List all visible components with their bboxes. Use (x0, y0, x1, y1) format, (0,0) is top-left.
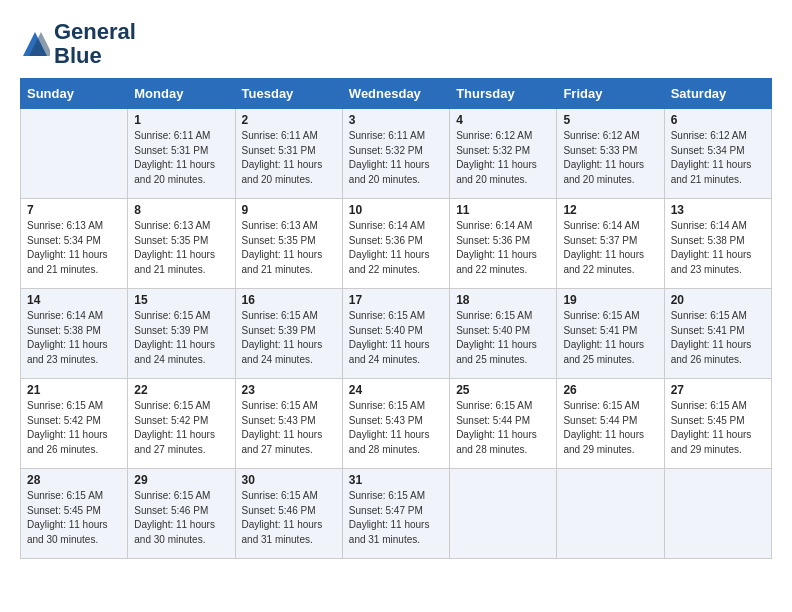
day-detail: Sunrise: 6:15 AMSunset: 5:42 PMDaylight:… (27, 399, 121, 457)
calendar-cell: 25Sunrise: 6:15 AMSunset: 5:44 PMDayligh… (450, 379, 557, 469)
day-detail: Sunrise: 6:15 AMSunset: 5:46 PMDaylight:… (134, 489, 228, 547)
day-detail: Sunrise: 6:15 AMSunset: 5:43 PMDaylight:… (242, 399, 336, 457)
day-detail: Sunrise: 6:15 AMSunset: 5:45 PMDaylight:… (671, 399, 765, 457)
day-number: 25 (456, 383, 550, 397)
calendar-cell: 1Sunrise: 6:11 AMSunset: 5:31 PMDaylight… (128, 109, 235, 199)
calendar-table: SundayMondayTuesdayWednesdayThursdayFrid… (20, 78, 772, 559)
day-detail: Sunrise: 6:12 AMSunset: 5:33 PMDaylight:… (563, 129, 657, 187)
calendar-cell: 23Sunrise: 6:15 AMSunset: 5:43 PMDayligh… (235, 379, 342, 469)
day-detail: Sunrise: 6:15 AMSunset: 5:43 PMDaylight:… (349, 399, 443, 457)
day-detail: Sunrise: 6:15 AMSunset: 5:44 PMDaylight:… (563, 399, 657, 457)
calendar-cell: 26Sunrise: 6:15 AMSunset: 5:44 PMDayligh… (557, 379, 664, 469)
calendar-cell (664, 469, 771, 559)
day-number: 2 (242, 113, 336, 127)
day-detail: Sunrise: 6:15 AMSunset: 5:39 PMDaylight:… (134, 309, 228, 367)
day-detail: Sunrise: 6:14 AMSunset: 5:36 PMDaylight:… (349, 219, 443, 277)
day-detail: Sunrise: 6:15 AMSunset: 5:41 PMDaylight:… (563, 309, 657, 367)
week-row-1: 1Sunrise: 6:11 AMSunset: 5:31 PMDaylight… (21, 109, 772, 199)
day-number: 31 (349, 473, 443, 487)
day-detail: Sunrise: 6:11 AMSunset: 5:31 PMDaylight:… (134, 129, 228, 187)
day-detail: Sunrise: 6:15 AMSunset: 5:41 PMDaylight:… (671, 309, 765, 367)
day-number: 27 (671, 383, 765, 397)
day-detail: Sunrise: 6:15 AMSunset: 5:40 PMDaylight:… (456, 309, 550, 367)
day-number: 28 (27, 473, 121, 487)
week-row-3: 14Sunrise: 6:14 AMSunset: 5:38 PMDayligh… (21, 289, 772, 379)
col-header-tuesday: Tuesday (235, 79, 342, 109)
day-number: 10 (349, 203, 443, 217)
day-detail: Sunrise: 6:14 AMSunset: 5:38 PMDaylight:… (671, 219, 765, 277)
calendar-cell: 17Sunrise: 6:15 AMSunset: 5:40 PMDayligh… (342, 289, 449, 379)
day-number: 3 (349, 113, 443, 127)
day-detail: Sunrise: 6:15 AMSunset: 5:40 PMDaylight:… (349, 309, 443, 367)
day-number: 24 (349, 383, 443, 397)
day-number: 5 (563, 113, 657, 127)
calendar-cell: 12Sunrise: 6:14 AMSunset: 5:37 PMDayligh… (557, 199, 664, 289)
col-header-sunday: Sunday (21, 79, 128, 109)
week-row-4: 21Sunrise: 6:15 AMSunset: 5:42 PMDayligh… (21, 379, 772, 469)
day-number: 4 (456, 113, 550, 127)
day-detail: Sunrise: 6:13 AMSunset: 5:35 PMDaylight:… (134, 219, 228, 277)
day-number: 8 (134, 203, 228, 217)
calendar-cell: 5Sunrise: 6:12 AMSunset: 5:33 PMDaylight… (557, 109, 664, 199)
day-detail: Sunrise: 6:13 AMSunset: 5:35 PMDaylight:… (242, 219, 336, 277)
day-detail: Sunrise: 6:15 AMSunset: 5:45 PMDaylight:… (27, 489, 121, 547)
day-detail: Sunrise: 6:15 AMSunset: 5:47 PMDaylight:… (349, 489, 443, 547)
calendar-cell: 6Sunrise: 6:12 AMSunset: 5:34 PMDaylight… (664, 109, 771, 199)
calendar-cell: 3Sunrise: 6:11 AMSunset: 5:32 PMDaylight… (342, 109, 449, 199)
logo-icon (20, 29, 50, 59)
calendar-cell: 15Sunrise: 6:15 AMSunset: 5:39 PMDayligh… (128, 289, 235, 379)
calendar-cell: 8Sunrise: 6:13 AMSunset: 5:35 PMDaylight… (128, 199, 235, 289)
col-header-thursday: Thursday (450, 79, 557, 109)
day-number: 15 (134, 293, 228, 307)
calendar-cell (21, 109, 128, 199)
day-number: 14 (27, 293, 121, 307)
calendar-cell: 19Sunrise: 6:15 AMSunset: 5:41 PMDayligh… (557, 289, 664, 379)
calendar-cell: 11Sunrise: 6:14 AMSunset: 5:36 PMDayligh… (450, 199, 557, 289)
day-number: 9 (242, 203, 336, 217)
week-row-5: 28Sunrise: 6:15 AMSunset: 5:45 PMDayligh… (21, 469, 772, 559)
day-detail: Sunrise: 6:14 AMSunset: 5:38 PMDaylight:… (27, 309, 121, 367)
day-detail: Sunrise: 6:11 AMSunset: 5:31 PMDaylight:… (242, 129, 336, 187)
calendar-cell (557, 469, 664, 559)
calendar-cell: 31Sunrise: 6:15 AMSunset: 5:47 PMDayligh… (342, 469, 449, 559)
calendar-cell: 10Sunrise: 6:14 AMSunset: 5:36 PMDayligh… (342, 199, 449, 289)
day-number: 18 (456, 293, 550, 307)
day-number: 22 (134, 383, 228, 397)
calendar-cell (450, 469, 557, 559)
day-number: 20 (671, 293, 765, 307)
day-number: 12 (563, 203, 657, 217)
calendar-cell: 18Sunrise: 6:15 AMSunset: 5:40 PMDayligh… (450, 289, 557, 379)
calendar-cell: 30Sunrise: 6:15 AMSunset: 5:46 PMDayligh… (235, 469, 342, 559)
calendar-cell: 4Sunrise: 6:12 AMSunset: 5:32 PMDaylight… (450, 109, 557, 199)
week-row-2: 7Sunrise: 6:13 AMSunset: 5:34 PMDaylight… (21, 199, 772, 289)
col-header-wednesday: Wednesday (342, 79, 449, 109)
calendar-cell: 16Sunrise: 6:15 AMSunset: 5:39 PMDayligh… (235, 289, 342, 379)
day-number: 19 (563, 293, 657, 307)
day-number: 23 (242, 383, 336, 397)
calendar-cell: 29Sunrise: 6:15 AMSunset: 5:46 PMDayligh… (128, 469, 235, 559)
day-number: 29 (134, 473, 228, 487)
day-number: 26 (563, 383, 657, 397)
day-detail: Sunrise: 6:12 AMSunset: 5:32 PMDaylight:… (456, 129, 550, 187)
logo: General Blue (20, 20, 136, 68)
col-header-monday: Monday (128, 79, 235, 109)
calendar-cell: 21Sunrise: 6:15 AMSunset: 5:42 PMDayligh… (21, 379, 128, 469)
calendar-cell: 7Sunrise: 6:13 AMSunset: 5:34 PMDaylight… (21, 199, 128, 289)
calendar-cell: 13Sunrise: 6:14 AMSunset: 5:38 PMDayligh… (664, 199, 771, 289)
day-number: 1 (134, 113, 228, 127)
day-detail: Sunrise: 6:11 AMSunset: 5:32 PMDaylight:… (349, 129, 443, 187)
calendar-cell: 24Sunrise: 6:15 AMSunset: 5:43 PMDayligh… (342, 379, 449, 469)
day-detail: Sunrise: 6:12 AMSunset: 5:34 PMDaylight:… (671, 129, 765, 187)
calendar-cell: 2Sunrise: 6:11 AMSunset: 5:31 PMDaylight… (235, 109, 342, 199)
logo-text: General Blue (54, 20, 136, 68)
day-detail: Sunrise: 6:15 AMSunset: 5:44 PMDaylight:… (456, 399, 550, 457)
calendar-cell: 14Sunrise: 6:14 AMSunset: 5:38 PMDayligh… (21, 289, 128, 379)
day-detail: Sunrise: 6:14 AMSunset: 5:36 PMDaylight:… (456, 219, 550, 277)
day-number: 6 (671, 113, 765, 127)
day-number: 17 (349, 293, 443, 307)
day-detail: Sunrise: 6:15 AMSunset: 5:42 PMDaylight:… (134, 399, 228, 457)
day-detail: Sunrise: 6:15 AMSunset: 5:39 PMDaylight:… (242, 309, 336, 367)
day-detail: Sunrise: 6:15 AMSunset: 5:46 PMDaylight:… (242, 489, 336, 547)
day-number: 11 (456, 203, 550, 217)
day-number: 13 (671, 203, 765, 217)
